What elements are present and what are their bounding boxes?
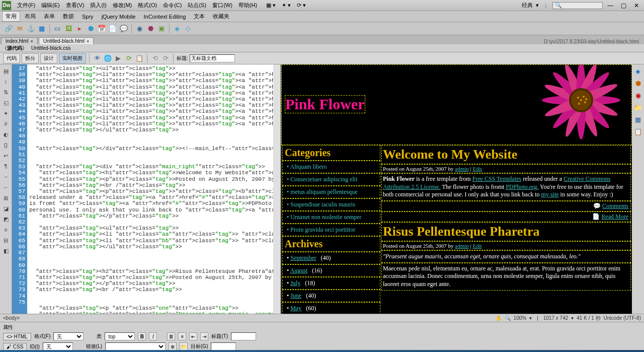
files-icon[interactable]: 📁	[633, 103, 642, 112]
close-icon[interactable]: ×	[31, 39, 33, 44]
archive-item[interactable]: • June (40)	[282, 290, 380, 302]
tag-selector[interactable]: <body>	[3, 315, 20, 321]
indent-icon[interactable]: →	[2, 172, 11, 181]
admin-link[interactable]: admin	[455, 166, 469, 172]
insert-tab-common[interactable]: 常用	[2, 11, 20, 22]
balance-icon[interactable]: ✦	[2, 109, 11, 118]
move-css-icon[interactable]: ◧	[2, 246, 11, 255]
id-select[interactable]: 无	[43, 342, 73, 350]
snippets-icon[interactable]: 📋	[633, 127, 642, 136]
email-icon[interactable]: ✉	[15, 24, 24, 33]
mysite-link[interactable]: my site	[541, 191, 559, 198]
category-item[interactable]: metus aliquam pellentesque	[282, 186, 380, 198]
insert-tab-jquery[interactable]: jQuery Mobile	[98, 12, 139, 21]
live-code-icon[interactable]: 👁	[93, 54, 102, 63]
design-view-button[interactable]: 设计	[40, 53, 57, 63]
admin-link-2[interactable]: admin	[455, 243, 469, 249]
close-icon[interactable]: ×	[87, 39, 89, 44]
anchor-icon[interactable]: ⚓	[26, 24, 35, 33]
collapse-icon[interactable]: ↕	[2, 77, 11, 86]
archive-item[interactable]: • July (18)	[282, 277, 380, 290]
menu-edit[interactable]: 编辑(E)	[38, 1, 63, 10]
indent-button[interactable]: ⇥	[200, 332, 208, 340]
insert-tab-text[interactable]: 文本	[190, 11, 208, 22]
word-wrap-icon[interactable]: ↩	[2, 151, 11, 160]
source-code-link[interactable]: 〈源代码〉	[2, 45, 27, 52]
live-view-panel[interactable]: Pink Flower	[281, 64, 632, 314]
menu-window[interactable]: 窗口(W)	[209, 1, 235, 10]
refresh-icon[interactable]: ⟳	[124, 54, 133, 63]
layout-icon[interactable]: ▦ ▾	[266, 2, 276, 9]
bold-button[interactable]: B	[138, 332, 146, 340]
windows-taskbar[interactable]	[0, 350, 644, 352]
select-parent-icon[interactable]: ◱	[2, 98, 11, 107]
inspect-icon[interactable]: 🌐	[103, 54, 112, 63]
layout-dropdown-icon[interactable]: ▾	[536, 2, 539, 9]
category-item[interactable]: Proin gravida orci porttitor	[282, 224, 380, 236]
sync-icon[interactable]: ⟳ ▾	[297, 2, 306, 9]
split-view-button[interactable]: 拆分	[22, 53, 39, 63]
date-icon[interactable]: 📅	[97, 24, 106, 33]
window-size[interactable]: 1017 x 742	[543, 315, 569, 321]
insert-tab-spry[interactable]: Spry	[78, 12, 97, 21]
menu-help[interactable]: 帮助(H)	[235, 1, 260, 10]
expand-icon[interactable]: ⇅	[2, 88, 11, 97]
business-catalyst-icon[interactable]: ◉	[633, 91, 642, 100]
browser-icon[interactable]: ▶	[114, 54, 123, 63]
hand-tool-icon[interactable]: ✋	[496, 315, 502, 321]
code-content[interactable]: "attr">class="tag"><ul"attr">class="tag"…	[27, 64, 280, 314]
pdphoto-link[interactable]: PDPhoto.org.	[506, 183, 538, 190]
browse-icon[interactable]: 📁	[180, 342, 188, 350]
menu-modify[interactable]: 修改(M)	[110, 1, 135, 10]
insert-tab-incontext[interactable]: InContext Editing	[140, 12, 189, 21]
recent-snippets-icon[interactable]: ⊟	[2, 236, 11, 245]
templates-link[interactable]: Free CSS Templates	[472, 175, 522, 182]
widget-icon[interactable]: ⬢	[86, 24, 95, 33]
doc-tab-untitled[interactable]: Untitled-black.html ×	[39, 37, 94, 44]
layout-label[interactable]: 经典	[522, 2, 533, 9]
live-view-button[interactable]: 实时视图	[59, 53, 86, 63]
outdent-button[interactable]: ⇤	[189, 332, 197, 340]
zoom-level[interactable]: 100%	[514, 315, 527, 321]
insert-tab-layout[interactable]: 布局	[21, 11, 39, 22]
format-select[interactable]: 无	[53, 332, 84, 340]
target-input[interactable]	[211, 342, 236, 350]
readmore-link[interactable]: Read More	[601, 213, 628, 220]
hidden-chars-icon[interactable]: ¶	[2, 162, 11, 171]
tag-icon[interactable]: ◈	[173, 24, 182, 33]
code-view-button[interactable]: 代码	[3, 53, 20, 63]
menu-view[interactable]: 查看(V)	[63, 1, 88, 10]
syntax-icon[interactable]: {}	[2, 140, 11, 150]
comments-link[interactable]: Comments	[602, 202, 628, 209]
css-styles-icon[interactable]: ◈	[633, 66, 642, 76]
italic-button[interactable]: I	[149, 332, 157, 340]
nav-icon[interactable]: ⟲	[150, 54, 159, 63]
title-prop-input[interactable]	[231, 332, 256, 340]
edit-link[interactable]: Edit	[473, 166, 482, 172]
hyperlink-icon[interactable]: 🔗	[4, 24, 13, 33]
image-icon[interactable]: 🖼	[64, 24, 73, 33]
point-to-file-icon[interactable]: ⊕	[169, 342, 177, 350]
archive-item[interactable]: • September (40)	[282, 252, 380, 264]
code-editor[interactable]: 37 38 39 40 41 42 43 44 45 46 47 48 49 5…	[12, 64, 281, 314]
assets-icon[interactable]: ▦	[633, 115, 642, 124]
wrap-tag-icon[interactable]: ≡	[2, 225, 11, 234]
table-icon[interactable]: ▦	[37, 24, 46, 33]
html-props-button[interactable]: <> HTML	[3, 333, 31, 340]
remove-comment-icon[interactable]: ◩	[2, 215, 11, 224]
format-icon[interactable]: ⊞	[2, 193, 11, 202]
zoom-tool-icon[interactable]: 🔍	[505, 315, 511, 321]
address-icon[interactable]: 📋	[135, 54, 144, 63]
ap-elements-icon[interactable]: ⬢	[633, 79, 642, 88]
outdent-icon[interactable]: ←	[2, 183, 11, 192]
insert-tab-data[interactable]: 数据	[59, 11, 77, 22]
category-item[interactable]: Urnanet non molestie semper	[282, 211, 380, 224]
apply-comment-icon[interactable]: ◪	[2, 204, 11, 213]
div-icon[interactable]: ▭	[53, 24, 62, 33]
insert-tab-forms[interactable]: 表单	[40, 11, 58, 22]
ul-button[interactable]: ≣	[167, 332, 175, 340]
category-item[interactable]: Aliquam libero	[282, 161, 380, 173]
menu-format[interactable]: 格式(O)	[135, 1, 160, 10]
class-select[interactable]: top	[105, 332, 135, 340]
nav2-icon[interactable]: ⟳	[161, 54, 170, 63]
